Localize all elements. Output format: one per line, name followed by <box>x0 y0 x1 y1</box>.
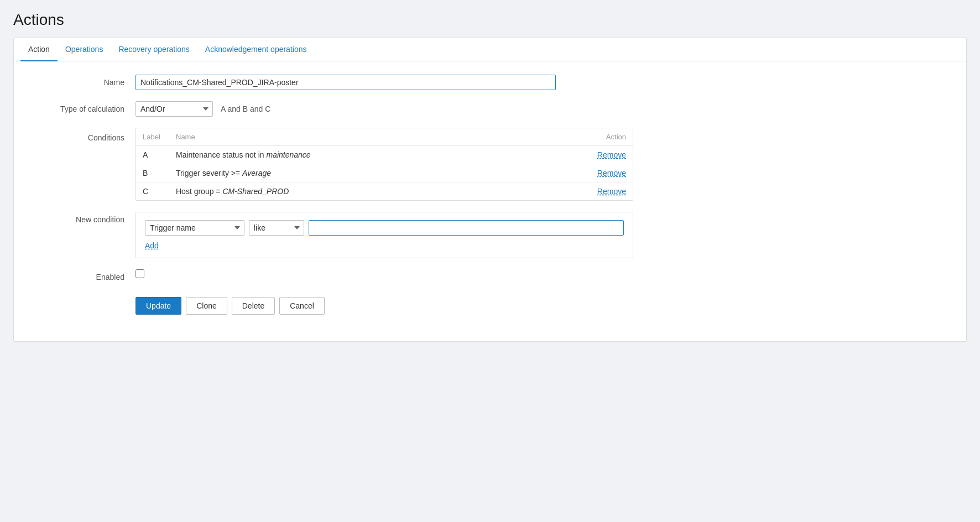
page-title: Actions <box>13 11 967 29</box>
new-condition-value-input[interactable] <box>309 220 624 236</box>
condition-action-b: Remove <box>577 164 633 182</box>
table-row: B Trigger severity >= Average Remove <box>136 164 633 182</box>
remove-button-c[interactable]: Remove <box>597 187 626 196</box>
name-input[interactable] <box>135 75 556 90</box>
condition-italic-a: maintenance <box>266 150 310 159</box>
new-condition-control-wrap: Trigger name Trigger severity Host group… <box>135 212 955 258</box>
enabled-control-wrap <box>135 269 955 278</box>
name-label: Name <box>25 75 135 87</box>
cancel-button[interactable]: Cancel <box>279 297 325 315</box>
add-condition-button[interactable]: Add <box>145 241 159 250</box>
condition-label-a: A <box>136 146 169 164</box>
new-condition-label: New condition <box>25 212 135 224</box>
remove-button-b[interactable]: Remove <box>597 169 626 178</box>
new-condition-wrap: Trigger name Trigger severity Host group… <box>135 212 633 258</box>
delete-button[interactable]: Delete <box>232 297 275 315</box>
col-header-label: Label <box>136 128 169 146</box>
enabled-checkbox[interactable] <box>135 269 144 278</box>
table-row: C Host group = CM-Shared_PROD Remove <box>136 182 633 201</box>
new-condition-operator-select[interactable]: like not like = <> >= <= <box>249 220 304 236</box>
tab-bar: Action Operations Recovery operations Ac… <box>14 38 966 61</box>
enabled-checkbox-wrap <box>135 269 144 278</box>
tab-acknowledgement-operations[interactable]: Acknowledgement operations <box>197 38 315 61</box>
condition-italic-c: CM-Shared_PROD <box>222 187 289 196</box>
condition-name-a: Maintenance status not in maintenance <box>169 146 577 164</box>
condition-action-c: Remove <box>577 182 633 201</box>
update-button[interactable]: Update <box>135 297 181 315</box>
new-condition-type-select[interactable]: Trigger name Trigger severity Host group… <box>145 220 244 236</box>
table-row: A Maintenance status not in maintenance … <box>136 146 633 164</box>
type-calc-label: Type of calculation <box>25 101 135 113</box>
name-row: Name <box>25 75 955 90</box>
condition-italic-b: Average <box>242 169 271 178</box>
condition-label-c: C <box>136 182 169 201</box>
enabled-row: Enabled <box>25 269 955 281</box>
clone-button[interactable]: Clone <box>186 297 227 315</box>
buttons-spacer <box>25 293 135 296</box>
buttons-row: Update Clone Delete Cancel <box>25 293 955 315</box>
type-calc-select[interactable]: And/Or And Or <box>135 101 213 117</box>
enabled-label: Enabled <box>25 269 135 281</box>
form-body: Name Type of calculation And/Or And Or A… <box>14 61 966 341</box>
conditions-table: Label Name Action A Maintenance status n… <box>135 128 633 201</box>
tab-operations[interactable]: Operations <box>58 38 111 61</box>
col-header-name: Name <box>169 128 577 146</box>
conditions-label: Conditions <box>25 128 135 142</box>
main-card: Action Operations Recovery operations Ac… <box>13 38 967 342</box>
type-calc-control-wrap: And/Or And Or A and B and C <box>135 101 955 117</box>
tab-recovery-operations[interactable]: Recovery operations <box>111 38 197 61</box>
conditions-control-wrap: Label Name Action A Maintenance status n… <box>135 128 955 201</box>
condition-action-a: Remove <box>577 146 633 164</box>
condition-label-b: B <box>136 164 169 182</box>
buttons-control-wrap: Update Clone Delete Cancel <box>135 293 955 315</box>
calc-expression: A and B and C <box>217 105 270 113</box>
name-control-wrap <box>135 75 955 90</box>
remove-button-a[interactable]: Remove <box>597 150 626 159</box>
condition-name-b: Trigger severity >= Average <box>169 164 577 182</box>
page-wrapper: Actions Action Operations Recovery opera… <box>0 0 980 522</box>
new-condition-row: New condition Trigger name Trigger sever… <box>25 212 955 258</box>
conditions-row: Conditions Label Name Action <box>25 128 955 201</box>
condition-name-c: Host group = CM-Shared_PROD <box>169 182 577 201</box>
new-cond-controls: Trigger name Trigger severity Host group… <box>145 220 624 236</box>
col-header-action: Action <box>577 128 633 146</box>
tab-action[interactable]: Action <box>20 38 58 61</box>
type-calc-row: Type of calculation And/Or And Or A and … <box>25 101 955 117</box>
button-group: Update Clone Delete Cancel <box>135 297 325 315</box>
